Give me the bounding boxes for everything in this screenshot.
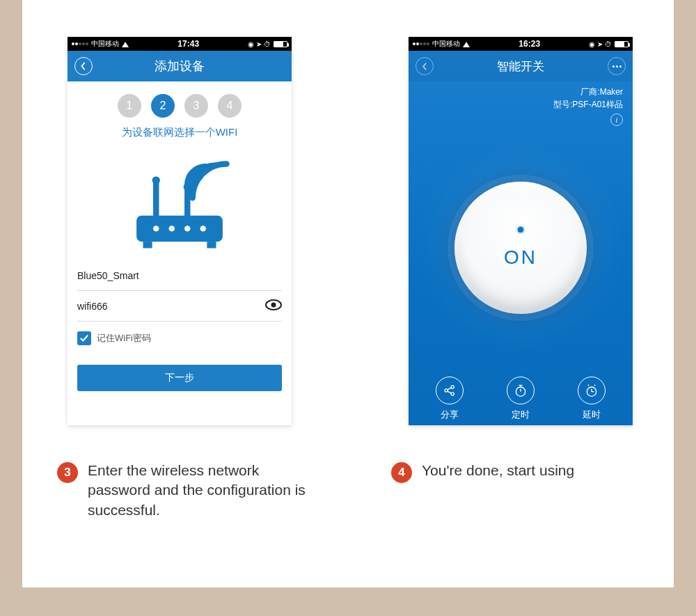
back-button[interactable] — [416, 57, 434, 75]
step-caption-text: Enter the wireless network password and … — [88, 461, 310, 520]
bottom-actions: 分享 定时 延时 — [409, 370, 633, 425]
signal-dots-icon — [413, 42, 429, 45]
status-time: 17:43 — [129, 39, 248, 49]
router-icon — [68, 146, 292, 260]
timer-icon — [514, 384, 528, 397]
page-title: 添加设备 — [155, 58, 205, 74]
timer-label: 定时 — [512, 409, 530, 421]
svg-point-6 — [169, 226, 175, 231]
battery-icon — [615, 41, 628, 47]
step-2[interactable]: 2 — [151, 94, 175, 118]
svg-line-17 — [448, 391, 452, 393]
nav-bar: 添加设备 — [68, 51, 292, 81]
remember-password-checkbox[interactable] — [77, 331, 91, 345]
power-button[interactable]: ON — [454, 182, 587, 314]
timer-button[interactable]: 定时 — [485, 377, 556, 421]
password-field-row[interactable] — [77, 291, 282, 322]
step-1[interactable]: 1 — [118, 94, 141, 118]
carrier-label: 中国移动 — [432, 39, 460, 49]
carrier-label: 中国移动 — [91, 39, 119, 49]
wizard-steps: 1 2 3 4 — [68, 81, 292, 126]
location-icon: ◉ ➤ ⏱ — [589, 40, 612, 48]
step-number-badge: 4 — [391, 462, 412, 483]
next-button-label: 下一步 — [165, 372, 194, 384]
status-time: 16:23 — [470, 39, 589, 49]
model-label: 型号: — [553, 100, 572, 109]
svg-point-7 — [184, 226, 190, 231]
svg-point-8 — [200, 226, 206, 231]
next-button[interactable]: 下一步 — [77, 365, 282, 391]
power-state-label: ON — [504, 246, 537, 269]
step-3[interactable]: 3 — [184, 94, 208, 118]
phone-add-device: 中国移动 17:43 ◉ ➤ ⏱ 添加设备 1 2 3 4 为 — [68, 37, 292, 425]
status-bar: 中国移动 16:23 ◉ ➤ ⏱ — [409, 37, 633, 51]
clock-icon — [585, 384, 599, 397]
device-info: 厂商:Maker 型号:PSF-A01样品 i — [409, 81, 633, 126]
delay-label: 延时 — [583, 409, 601, 421]
phone-smart-switch: 中国移动 16:23 ◉ ➤ ⏱ 智能开关 厂商:Make — [409, 37, 633, 425]
delay-button[interactable]: 延时 — [556, 377, 627, 421]
power-led-icon — [518, 227, 523, 232]
step-4[interactable]: 4 — [218, 94, 242, 118]
password-input[interactable] — [77, 301, 260, 312]
share-icon — [443, 384, 457, 397]
vendor-value: Maker — [600, 87, 623, 97]
battery-icon — [274, 41, 287, 47]
svg-line-16 — [448, 388, 452, 390]
svg-point-3 — [184, 183, 191, 191]
step-caption-text: You're done, start using — [422, 461, 574, 480]
page-title: 智能开关 — [497, 58, 544, 74]
caption-step-4: 4 You're done, start using — [391, 461, 574, 483]
svg-rect-4 — [136, 216, 223, 242]
ssid-input[interactable] — [77, 270, 282, 281]
status-bar: 中国移动 17:43 ◉ ➤ ⏱ — [68, 37, 292, 51]
step-number-badge: 3 — [57, 462, 78, 483]
nav-bar: 智能开关 — [409, 51, 633, 81]
wifi-icon — [122, 42, 129, 47]
caption-step-3: 3 Enter the wireless network password an… — [57, 461, 310, 520]
wizard-subtitle: 为设备联网选择一个WIFI — [68, 126, 292, 146]
location-icon: ◉ ➤ ⏱ — [248, 40, 271, 48]
svg-point-1 — [152, 176, 160, 184]
back-button[interactable] — [74, 57, 93, 75]
signal-dots-icon — [72, 42, 88, 45]
svg-point-12 — [271, 303, 276, 308]
info-icon[interactable]: i — [610, 113, 623, 126]
wifi-icon — [463, 42, 470, 47]
share-label: 分享 — [441, 409, 459, 421]
svg-rect-10 — [207, 242, 216, 248]
vendor-label: 厂商: — [580, 87, 599, 97]
toggle-password-visibility-icon[interactable] — [265, 299, 282, 313]
svg-point-5 — [153, 226, 159, 231]
model-value: PSF-A01样品 — [572, 100, 623, 109]
svg-rect-9 — [143, 242, 152, 248]
share-button[interactable]: 分享 — [414, 377, 485, 421]
ssid-field-row[interactable] — [77, 260, 282, 291]
remember-password-label: 记住WiFi密码 — [97, 332, 151, 345]
more-button[interactable] — [608, 57, 626, 75]
